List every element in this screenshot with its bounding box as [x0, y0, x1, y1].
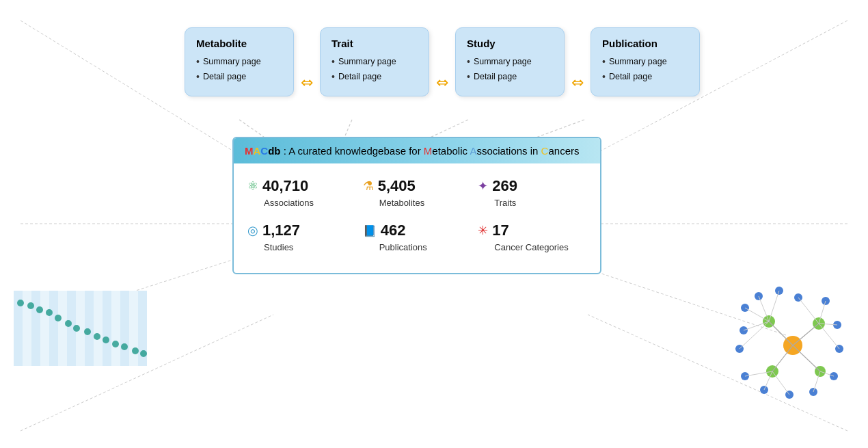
svg-line-57	[793, 345, 820, 371]
publications-icon: 📘	[363, 224, 377, 237]
metabolites-number: 5,405	[378, 177, 416, 195]
svg-point-23	[36, 306, 43, 313]
nav-box-trait: Trait Summary page Detail page	[320, 27, 429, 96]
arrow-3: ⇔	[571, 68, 584, 96]
stat-publications: 📘 462 Publications	[363, 222, 472, 252]
stats-grid: ⚛ 40,710 Associations ⚗ 5,405 Metabolite…	[234, 163, 600, 259]
svg-point-26	[65, 320, 72, 327]
svg-line-61	[798, 298, 819, 324]
metabolite-detail[interactable]: Detail page	[196, 71, 282, 82]
nav-boxes: Metabolite Summary page Detail page ⇔ Tr…	[185, 27, 700, 96]
nav-box-publication: Publication Summary page Detail page	[591, 27, 700, 96]
svg-line-60	[769, 291, 779, 321]
brand-name: MACdb : A curated knowledgebase for Meta…	[245, 145, 579, 157]
publication-summary[interactable]: Summary page	[602, 56, 688, 67]
metabolites-label: Metabolites	[379, 198, 424, 208]
metabolites-icon: ⚗	[363, 179, 374, 194]
network-graph	[718, 270, 854, 407]
svg-rect-18	[103, 291, 111, 366]
svg-rect-14	[31, 291, 40, 366]
svg-line-58	[745, 308, 769, 321]
nav-box-study: Study Summary page Detail page	[455, 27, 565, 96]
svg-rect-17	[85, 291, 94, 366]
svg-point-33	[132, 347, 139, 354]
trait-title: Trait	[331, 38, 418, 49]
studies-icon: ◎	[247, 223, 258, 238]
svg-point-31	[112, 341, 119, 347]
publication-title: Publication	[602, 38, 688, 49]
svg-point-30	[103, 337, 109, 343]
study-detail[interactable]: Detail page	[467, 71, 553, 82]
center-info-box: MACdb : A curated knowledgebase for Meta…	[232, 137, 601, 274]
studies-number: 1,127	[262, 222, 300, 239]
publications-label: Publications	[379, 242, 427, 252]
svg-point-28	[84, 328, 91, 335]
svg-line-55	[793, 324, 819, 345]
brand-tagline: : A curated knowledgebase for Metabolic …	[284, 145, 580, 157]
svg-line-59	[759, 296, 769, 321]
stat-traits: ✦ 269 Traits	[478, 177, 586, 208]
nav-box-metabolite: Metabolite Summary page Detail page	[185, 27, 294, 96]
svg-rect-15	[49, 291, 58, 366]
stat-metabolites: ⚗ 5,405 Metabolites	[363, 177, 472, 208]
publication-detail[interactable]: Detail page	[602, 71, 688, 82]
stat-associations: ⚛ 40,710 Associations	[247, 177, 356, 208]
associations-icon: ⚛	[247, 179, 258, 194]
publications-number: 462	[381, 222, 406, 239]
trait-summary[interactable]: Summary page	[331, 56, 418, 67]
svg-rect-19	[120, 291, 129, 366]
svg-point-24	[46, 309, 53, 316]
metabolite-summary[interactable]: Summary page	[196, 56, 282, 67]
svg-point-34	[140, 350, 147, 357]
studies-label: Studies	[264, 242, 293, 252]
arrow-2: ⇔	[436, 68, 448, 96]
traits-icon: ✦	[478, 179, 488, 194]
cancer-icon: ✳	[478, 223, 488, 238]
cancer-label: Cancer Categories	[494, 242, 568, 252]
study-title: Study	[467, 38, 553, 49]
center-box-header: MACdb : A curated knowledgebase for Meta…	[234, 138, 600, 163]
svg-point-22	[27, 302, 34, 309]
traits-number: 269	[492, 177, 517, 195]
svg-line-54	[769, 321, 793, 345]
study-summary[interactable]: Summary page	[467, 56, 553, 67]
svg-line-70	[740, 321, 769, 349]
cancer-number: 17	[492, 222, 508, 239]
svg-line-67	[772, 371, 789, 395]
trait-detail[interactable]: Detail page	[331, 71, 418, 82]
stat-studies: ◎ 1,127 Studies	[247, 222, 356, 252]
arrow-1: ⇔	[301, 68, 313, 96]
svg-point-32	[121, 343, 128, 350]
metabolite-title: Metabolite	[196, 38, 282, 49]
svg-point-29	[94, 333, 100, 340]
traits-label: Traits	[494, 198, 516, 208]
svg-line-56	[772, 345, 793, 371]
scatter-chart	[14, 291, 147, 366]
stat-cancer: ✳ 17 Cancer Categories	[478, 222, 586, 252]
svg-point-25	[55, 315, 62, 321]
svg-point-21	[17, 300, 24, 306]
associations-label: Associations	[264, 198, 314, 208]
svg-point-27	[73, 325, 80, 332]
associations-number: 40,710	[262, 177, 308, 195]
